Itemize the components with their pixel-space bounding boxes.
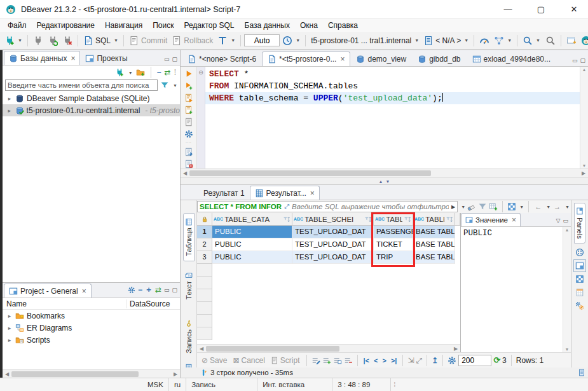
browse-panel-icon[interactable] xyxy=(575,248,584,257)
minimize-panel-icon[interactable]: ▭ xyxy=(572,57,578,64)
chevron-down-icon[interactable]: ▼ xyxy=(565,205,570,209)
cell-value-text[interactable]: PUBLIC xyxy=(461,227,563,352)
db-search-button[interactable]: ▼ xyxy=(521,34,542,47)
first-row-icon[interactable]: |< xyxy=(362,357,371,364)
expander-icon[interactable]: ▸ xyxy=(6,107,13,114)
link-editor-icon[interactable]: ⇄ xyxy=(155,285,161,294)
script-button[interactable]: Script xyxy=(269,355,302,366)
grid-cell[interactable]: PUBLIC xyxy=(212,251,292,264)
scrollbar-thumb[interactable] xyxy=(189,170,431,176)
grid-cell[interactable]: TRIP xyxy=(374,251,413,264)
refresh-icon[interactable]: ⟳ xyxy=(493,355,500,365)
connection-selector[interactable]: t5-prostore-01 ... tral1.internal▼ xyxy=(309,35,421,46)
row-number-empty[interactable] xyxy=(197,315,212,327)
scroll-right-icon[interactable]: ▶ xyxy=(451,346,460,352)
chevron-down-icon[interactable]: ▼ xyxy=(18,38,22,43)
minimize-panel-icon[interactable]: ▭ xyxy=(563,217,568,224)
delete-row-icon[interactable] xyxy=(344,356,353,365)
next-row-icon[interactable]: > xyxy=(381,357,387,364)
results-tab-2[interactable]: Результат...× xyxy=(250,186,320,200)
row-number-empty[interactable] xyxy=(197,302,212,315)
edit-row-icon[interactable] xyxy=(311,356,320,365)
grid-cell[interactable]: PUBLIC xyxy=(212,226,292,238)
new-folder-icon[interactable] xyxy=(136,68,145,77)
tree-item-connection[interactable]: ▸t5-prostore-01.ru-central1.internal- t5… xyxy=(3,104,180,116)
maximize-panel-icon[interactable]: ▢ xyxy=(580,57,585,64)
new-filter-icon[interactable] xyxy=(489,202,498,211)
filter-box[interactable]: SELECT * FROM INFOR ⤢ Введите SQL выраже… xyxy=(197,201,458,212)
grid-cell[interactable]: BASE TABLE xyxy=(413,226,455,238)
chevron-down-icon[interactable]: ▼ xyxy=(414,38,419,43)
history-back-icon[interactable]: ← xyxy=(533,203,543,210)
collapse-all-icon[interactable]: − xyxy=(138,285,142,294)
menu-item-1[interactable]: Редактирование xyxy=(32,20,100,31)
column-header-table_schei[interactable]: ABCTABLE_SCHEI xyxy=(292,213,374,226)
close-icon[interactable]: × xyxy=(71,54,75,63)
export-data-icon[interactable] xyxy=(184,147,193,156)
open-perspective-button[interactable] xyxy=(564,34,578,47)
menu-item-6[interactable]: Окна xyxy=(295,20,323,31)
menu-item-7[interactable]: Справка xyxy=(323,20,363,31)
close-button[interactable]: ✕ xyxy=(560,0,588,18)
row-number-empty[interactable] xyxy=(197,277,212,289)
chevron-down-icon[interactable]: ▼ xyxy=(464,38,468,43)
chevron-down-icon[interactable]: ▼ xyxy=(296,38,300,43)
column-header-table_name[interactable]: ABCTABLE_NAME xyxy=(374,213,413,226)
calc-panel-icon[interactable] xyxy=(575,288,584,297)
tree-item-connection[interactable]: ▸DBeaver Sample Database (SQLite) xyxy=(3,92,180,104)
grid-horizontal-scrollbar[interactable]: ◀ ▶ xyxy=(197,344,460,352)
last-row-icon[interactable]: >| xyxy=(390,357,399,364)
grid-corner-cell[interactable] xyxy=(197,213,212,226)
row-number-empty[interactable] xyxy=(197,264,212,277)
grid-cell[interactable]: PUBLIC xyxy=(212,238,292,251)
log-icon[interactable] xyxy=(578,369,585,376)
fetch-all-icon[interactable]: ⤢ xyxy=(416,356,423,365)
insert-mode-indicator[interactable]: Инт. вставка xyxy=(257,378,332,391)
tx-log-button[interactable]: ▼ xyxy=(280,34,302,47)
column-header-name[interactable]: Name xyxy=(3,299,126,308)
previous-row-icon[interactable]: < xyxy=(373,357,379,364)
minimize-button[interactable]: — xyxy=(494,0,522,18)
duplicate-row-icon[interactable] xyxy=(333,356,342,365)
disconnect-button[interactable] xyxy=(60,34,74,47)
tab-databases[interactable]: Базы данных × xyxy=(4,51,80,65)
editor-tab[interactable]: exload_4994de80... xyxy=(467,51,556,66)
fetch-next-page-icon[interactable]: ⇲ xyxy=(407,356,414,365)
maximize-panel-icon[interactable]: ▢ xyxy=(172,56,177,62)
transaction-mode-button[interactable]: ▼ xyxy=(215,34,237,47)
tab-project-general[interactable]: Project - General × xyxy=(4,284,92,298)
connect-button[interactable] xyxy=(31,34,45,47)
explain-plan-icon[interactable] xyxy=(184,118,193,127)
code-line[interactable]: SELECT * xyxy=(205,68,580,80)
grid-cell[interactable]: PASSENGER xyxy=(374,226,413,238)
value-view-panel-icon[interactable] xyxy=(575,261,584,270)
chevron-down-icon[interactable]: ▼ xyxy=(173,83,177,88)
fold-gutter[interactable]: ⊖ xyxy=(197,67,205,168)
chevron-down-icon[interactable]: ▼ xyxy=(128,71,133,75)
caret-position-indicator[interactable]: 3 : 48 : 89 xyxy=(332,378,391,391)
tab-value[interactable]: Значение × xyxy=(461,213,521,226)
scroll-left-icon[interactable]: ◀ xyxy=(3,371,11,377)
scroll-up-icon[interactable]: ▲ xyxy=(565,228,570,232)
grid-cell[interactable]: TEST_UPLOAD_DAT xyxy=(292,226,374,238)
write-mode-indicator[interactable]: Запись xyxy=(186,378,257,391)
editor-vertical-scrollbar[interactable]: ▲▼ xyxy=(580,67,588,168)
tab-panels[interactable]: Panels xyxy=(574,203,585,244)
editor-horizontal-scrollbar[interactable]: ◀ ▶ xyxy=(181,168,588,177)
column-header-table_ty[interactable]: ABCTABLE_TY xyxy=(413,213,455,226)
scroll-right-icon[interactable]: ▶ xyxy=(579,170,588,176)
filters-icon[interactable] xyxy=(478,202,487,211)
gear-icon[interactable] xyxy=(128,286,135,294)
value-vertical-scrollbar[interactable]: ▲▼ xyxy=(563,227,571,352)
scroll-up-icon[interactable]: ▲ xyxy=(582,67,587,72)
tree-item-bookmarks[interactable]: ▸Bookmarks xyxy=(3,310,180,322)
grid-cell[interactable]: TEST_UPLOAD_DAT xyxy=(292,251,374,264)
apply-filter-icon[interactable]: ▶ xyxy=(451,204,455,210)
filter-input[interactable]: Введите SQL выражение чтобы отфильтроват… xyxy=(292,203,449,210)
expander-icon[interactable]: ▸ xyxy=(6,95,13,102)
scroll-right-icon[interactable]: ▶ xyxy=(171,371,180,377)
timezone-indicator[interactable]: MSK xyxy=(142,378,169,391)
new-connection-icon[interactable] xyxy=(115,68,124,77)
editor-tab[interactable]: gibdd_db xyxy=(412,51,466,66)
link-editor-icon[interactable]: ⇄ xyxy=(165,68,171,77)
